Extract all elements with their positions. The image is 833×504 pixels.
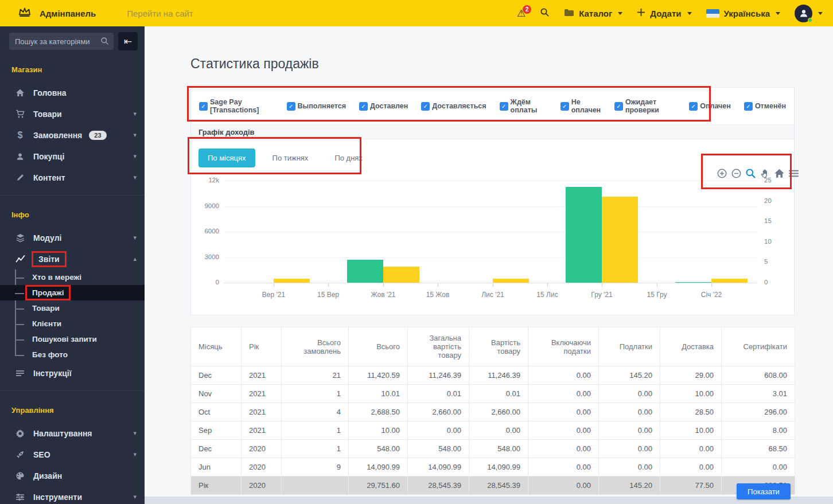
- status-filter-доставляється[interactable]: ✓Доставляється: [421, 102, 486, 111]
- bar-revenue-Січ22[interactable]: [675, 282, 711, 283]
- zoom-out-icon[interactable]: [730, 167, 742, 179]
- table-cell: 548.00: [349, 440, 408, 458]
- bar-orders-Січ22[interactable]: [711, 279, 748, 283]
- sidebar-item-звіти[interactable]: Звіти▴: [0, 248, 145, 269]
- status-filter-доставлен[interactable]: ✓Доставлен: [359, 102, 408, 111]
- add-menu[interactable]: Додати: [637, 8, 691, 18]
- table-cell: 548.00: [408, 440, 469, 458]
- sidebar-item-інструменти[interactable]: Інструменти▾: [0, 486, 145, 504]
- sidebar-collapse-button[interactable]: ⇤: [118, 32, 138, 50]
- table-cell: [282, 476, 349, 495]
- table-cell: 0.00: [599, 458, 660, 476]
- show-button[interactable]: Показати: [737, 483, 791, 499]
- checkbox-checked-icon[interactable]: ✓: [287, 102, 295, 111]
- status-filter-выполняется[interactable]: ✓Выполняется: [287, 102, 346, 111]
- tab-по-тижнях[interactable]: По тижнях: [263, 149, 318, 167]
- sidebar-item-головна[interactable]: Головна: [0, 82, 145, 103]
- table-cell: 2020: [242, 458, 282, 476]
- bar-revenue-Гру21[interactable]: [566, 187, 602, 283]
- sidebar-item-контент[interactable]: Контент▾: [0, 167, 145, 188]
- sidebar-item-label: Інструкції: [33, 369, 72, 378]
- table-cell: 1: [282, 385, 349, 403]
- search-icon: [100, 37, 109, 48]
- table-cell: 0.01: [408, 385, 469, 403]
- pan-hand-icon[interactable]: [759, 167, 770, 179]
- checkbox-checked-icon[interactable]: ✓: [744, 102, 753, 111]
- search-button[interactable]: [540, 7, 550, 19]
- checkbox-checked-icon[interactable]: ✓: [421, 102, 430, 111]
- sidebar-item-замовлення[interactable]: $Замовлення23▾: [0, 124, 145, 146]
- checkbox-checked-icon[interactable]: ✓: [199, 102, 208, 111]
- submenu-item-клієнти[interactable]: Клієнти: [0, 316, 145, 331]
- status-filter-sage-pay-transactions-[interactable]: ✓Sage Pay [Transactions]: [199, 98, 274, 114]
- checkbox-checked-icon[interactable]: ✓: [359, 102, 368, 111]
- table-cell: Oct: [191, 403, 242, 421]
- column-header: Подлатки: [599, 327, 660, 366]
- sidebar-item-label: Товари: [33, 110, 62, 119]
- table-cell: 0.00: [408, 421, 469, 440]
- sidebar-divider: [0, 390, 145, 391]
- submenu-item-пошукові-запити[interactable]: Пошукові запити: [0, 331, 145, 347]
- column-header: Вартість товару: [469, 327, 528, 366]
- bar-orders-Гру21[interactable]: [602, 197, 638, 283]
- checkbox-checked-icon[interactable]: ✓: [689, 102, 698, 111]
- catalog-menu[interactable]: Каталог: [564, 9, 622, 18]
- notifications-button[interactable]: ⚠ 2: [517, 9, 526, 18]
- sidebar-item-дизайн[interactable]: Дизайн: [0, 465, 145, 486]
- table-cell: 11,246.39: [408, 366, 469, 385]
- tab-по-місяцях[interactable]: По місяцях: [198, 149, 255, 167]
- sidebar-item-товари[interactable]: Товари▾: [0, 103, 145, 124]
- filter-label: Ожидает проверки: [625, 98, 676, 114]
- sidebar-item-seo[interactable]: SEO▾: [0, 444, 145, 465]
- checkbox-checked-icon[interactable]: ✓: [560, 102, 569, 111]
- status-filter-оплачен[interactable]: ✓Оплачен: [689, 102, 731, 111]
- table-cell: 28.50: [660, 403, 722, 421]
- sidebar-item-label: Модулі: [33, 233, 61, 243]
- status-filter-отменён[interactable]: ✓Отменён: [744, 102, 786, 111]
- status-filter-ожидает-проверки[interactable]: ✓Ожидает проверки: [614, 98, 676, 114]
- submenu-item-без-фото[interactable]: Без фото: [0, 347, 145, 362]
- language-menu[interactable]: Українська: [706, 9, 780, 18]
- user-menu[interactable]: [795, 5, 823, 22]
- tab-по-днях[interactable]: По днях: [325, 149, 372, 167]
- bar-orders-Лис21[interactable]: [493, 279, 529, 283]
- submenu-item-товари[interactable]: Товари: [0, 300, 145, 316]
- sidebar-item-модулі[interactable]: Модулі▾: [0, 227, 145, 248]
- chart-toolbar: [716, 167, 799, 179]
- bar-orders-Вер21[interactable]: [274, 279, 310, 283]
- submenu-item-хто-в-мережі[interactable]: Хто в мережі: [0, 269, 145, 285]
- bar-orders-Жов21[interactable]: [383, 267, 419, 283]
- status-filter-ждём-оплаты[interactable]: ✓Ждём оплаты: [500, 98, 547, 114]
- plus-icon: [637, 8, 645, 18]
- column-header: Всього: [349, 327, 408, 366]
- column-header: Рік: [242, 327, 282, 366]
- menu-icon[interactable]: [788, 167, 799, 179]
- zoom-in-icon[interactable]: [716, 167, 727, 179]
- go-to-site-link[interactable]: Перейти на сайт: [127, 9, 193, 18]
- table-cell: 10.01: [349, 385, 408, 403]
- bar-revenue-Жов21[interactable]: [347, 260, 383, 283]
- status-filter-не-оплачен[interactable]: ✓Не оплачен: [560, 98, 601, 114]
- sidebar-item-label: Контент: [33, 173, 65, 182]
- table-cell: 0.00: [528, 476, 599, 495]
- footer-strip: [145, 497, 833, 504]
- sidebar-item-інструкції[interactable]: Інструкції: [0, 362, 145, 384]
- sidebar-item-покупці[interactable]: Покупці▾: [0, 146, 145, 167]
- table-row: Dec20201548.00548.00548.000.000.000.0068…: [191, 440, 795, 458]
- checkbox-checked-icon[interactable]: ✓: [614, 102, 623, 111]
- chevron-down-icon: [776, 12, 780, 15]
- checkbox-checked-icon[interactable]: ✓: [500, 102, 508, 111]
- selection-zoom-icon[interactable]: [745, 167, 756, 179]
- table-header-row: МісяцьРікВсього замовленьВсьогоЗагальна …: [191, 327, 795, 366]
- table-cell: 28,545.39: [469, 476, 528, 495]
- reports-submenu: Хто в мережіПродажіТовариКлієнтиПошукові…: [0, 269, 145, 362]
- sidebar-search-input[interactable]: [9, 33, 114, 50]
- home-reset-icon[interactable]: [773, 167, 785, 179]
- chevron-down-icon: ▾: [133, 493, 137, 501]
- submenu-item-продажі[interactable]: Продажі: [0, 285, 145, 300]
- chevron-down-icon: ▾: [133, 429, 137, 437]
- table-cell: 14,090.99: [469, 458, 528, 476]
- sidebar-item-налаштування[interactable]: Налаштування▾: [0, 423, 145, 444]
- online-status-dot: [808, 18, 812, 22]
- rocket-icon: [15, 450, 25, 459]
